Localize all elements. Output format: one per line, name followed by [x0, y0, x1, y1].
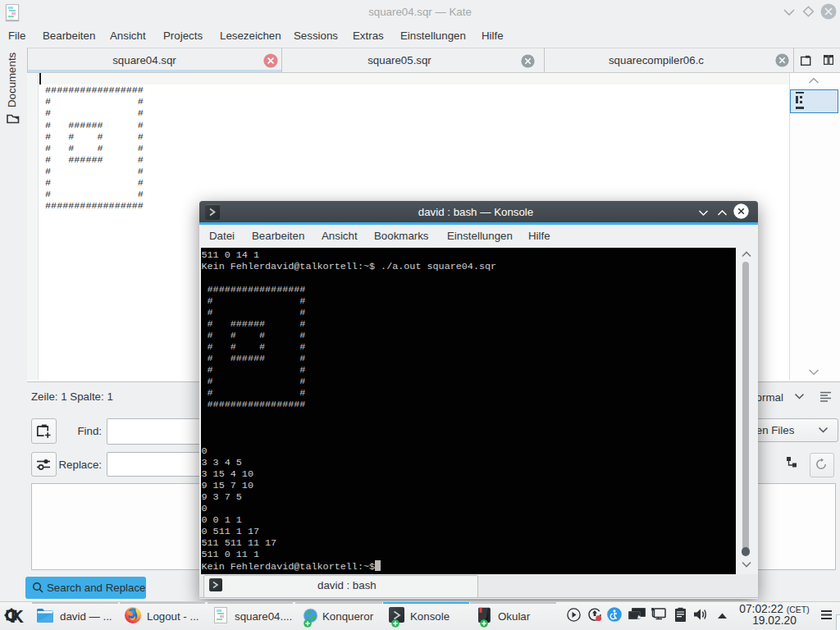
svg-text:K: K	[11, 606, 24, 627]
